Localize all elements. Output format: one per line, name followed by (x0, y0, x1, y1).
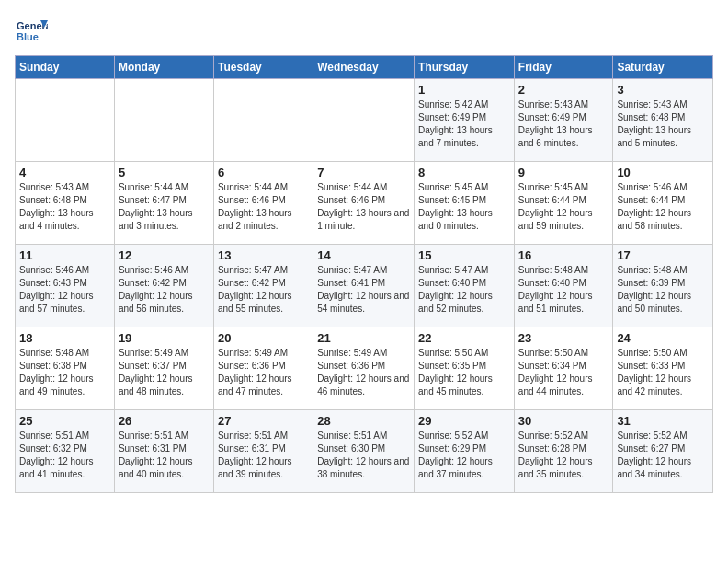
day-info: Sunrise: 5:44 AM Sunset: 6:47 PM Dayligh… (119, 181, 210, 233)
day-info: Sunrise: 5:43 AM Sunset: 6:49 PM Dayligh… (518, 98, 609, 150)
column-header-tuesday: Tuesday (213, 56, 313, 79)
calendar-cell: 17Sunrise: 5:48 AM Sunset: 6:39 PM Dayli… (613, 245, 713, 327)
day-number: 15 (418, 248, 510, 262)
day-number: 23 (518, 331, 609, 345)
day-number: 31 (617, 414, 709, 428)
day-info: Sunrise: 5:47 AM Sunset: 6:41 PM Dayligh… (317, 264, 410, 316)
day-info: Sunrise: 5:46 AM Sunset: 6:42 PM Dayligh… (119, 264, 210, 316)
calendar-cell: 10Sunrise: 5:46 AM Sunset: 6:44 PM Dayli… (613, 162, 713, 245)
day-number: 22 (418, 331, 510, 345)
calendar-cell: 8Sunrise: 5:45 AM Sunset: 6:45 PM Daylig… (415, 162, 515, 245)
day-number: 2 (518, 83, 609, 97)
day-info: Sunrise: 5:51 AM Sunset: 6:31 PM Dayligh… (218, 430, 309, 481)
day-info: Sunrise: 5:44 AM Sunset: 6:46 PM Dayligh… (218, 181, 309, 233)
calendar-cell: 24Sunrise: 5:50 AM Sunset: 6:33 PM Dayli… (613, 327, 713, 410)
day-info: Sunrise: 5:44 AM Sunset: 6:46 PM Dayligh… (317, 181, 410, 233)
calendar-cell: 13Sunrise: 5:47 AM Sunset: 6:42 PM Dayli… (213, 245, 313, 327)
calendar-cell: 9Sunrise: 5:45 AM Sunset: 6:44 PM Daylig… (514, 162, 613, 245)
day-info: Sunrise: 5:48 AM Sunset: 6:40 PM Dayligh… (518, 264, 609, 316)
day-number: 18 (19, 331, 110, 345)
day-number: 30 (518, 414, 609, 428)
calendar-cell: 26Sunrise: 5:51 AM Sunset: 6:31 PM Dayli… (114, 410, 213, 493)
calendar-cell: 4Sunrise: 5:43 AM Sunset: 6:48 PM Daylig… (16, 162, 115, 245)
day-number: 6 (218, 166, 309, 179)
calendar-cell: 7Sunrise: 5:44 AM Sunset: 6:46 PM Daylig… (313, 162, 415, 245)
day-number: 3 (617, 83, 709, 97)
calendar-cell: 15Sunrise: 5:47 AM Sunset: 6:40 PM Dayli… (415, 245, 515, 327)
day-info: Sunrise: 5:45 AM Sunset: 6:45 PM Dayligh… (418, 181, 510, 233)
calendar-cell: 2Sunrise: 5:43 AM Sunset: 6:49 PM Daylig… (514, 79, 613, 162)
day-number: 24 (617, 331, 709, 345)
day-number: 21 (317, 331, 410, 345)
day-number: 25 (19, 414, 110, 428)
day-number: 28 (317, 414, 410, 428)
week-row-5: 25Sunrise: 5:51 AM Sunset: 6:32 PM Dayli… (16, 410, 713, 493)
day-info: Sunrise: 5:52 AM Sunset: 6:28 PM Dayligh… (518, 430, 609, 481)
day-info: Sunrise: 5:42 AM Sunset: 6:49 PM Dayligh… (418, 98, 510, 150)
day-info: Sunrise: 5:47 AM Sunset: 6:42 PM Dayligh… (218, 264, 309, 316)
day-info: Sunrise: 5:49 AM Sunset: 6:37 PM Dayligh… (119, 347, 210, 398)
day-info: Sunrise: 5:45 AM Sunset: 6:44 PM Dayligh… (518, 181, 609, 233)
day-info: Sunrise: 5:47 AM Sunset: 6:40 PM Dayligh… (418, 264, 510, 316)
calendar-cell: 21Sunrise: 5:49 AM Sunset: 6:36 PM Dayli… (313, 327, 415, 410)
calendar-cell: 22Sunrise: 5:50 AM Sunset: 6:35 PM Dayli… (415, 327, 515, 410)
calendar-cell (213, 79, 313, 162)
day-number: 26 (119, 414, 210, 428)
calendar-cell: 16Sunrise: 5:48 AM Sunset: 6:40 PM Dayli… (514, 245, 613, 327)
day-info: Sunrise: 5:48 AM Sunset: 6:38 PM Dayligh… (19, 347, 110, 398)
day-number: 19 (119, 331, 210, 345)
calendar-cell: 20Sunrise: 5:49 AM Sunset: 6:36 PM Dayli… (213, 327, 313, 410)
calendar-cell: 14Sunrise: 5:47 AM Sunset: 6:41 PM Dayli… (313, 245, 415, 327)
day-info: Sunrise: 5:51 AM Sunset: 6:31 PM Dayligh… (119, 430, 210, 481)
calendar-cell: 6Sunrise: 5:44 AM Sunset: 6:46 PM Daylig… (213, 162, 313, 245)
day-info: Sunrise: 5:46 AM Sunset: 6:43 PM Dayligh… (19, 264, 110, 316)
column-header-wednesday: Wednesday (313, 56, 415, 79)
day-number: 20 (218, 331, 309, 345)
page-header: General Blue (15, 15, 713, 48)
calendar-table: SundayMondayTuesdayWednesdayThursdayFrid… (15, 55, 713, 493)
calendar-cell (114, 79, 213, 162)
day-info: Sunrise: 5:52 AM Sunset: 6:29 PM Dayligh… (418, 430, 510, 481)
day-number: 5 (119, 166, 210, 179)
calendar-cell: 5Sunrise: 5:44 AM Sunset: 6:47 PM Daylig… (114, 162, 213, 245)
day-info: Sunrise: 5:43 AM Sunset: 6:48 PM Dayligh… (617, 98, 709, 150)
day-info: Sunrise: 5:43 AM Sunset: 6:48 PM Dayligh… (19, 181, 110, 233)
day-number: 9 (518, 166, 609, 179)
day-number: 27 (218, 414, 309, 428)
column-header-saturday: Saturday (613, 56, 713, 79)
calendar-cell (16, 79, 115, 162)
calendar-cell: 29Sunrise: 5:52 AM Sunset: 6:29 PM Dayli… (415, 410, 515, 493)
calendar-cell: 11Sunrise: 5:46 AM Sunset: 6:43 PM Dayli… (16, 245, 115, 327)
day-number: 8 (418, 166, 510, 179)
day-number: 13 (218, 248, 309, 262)
week-row-3: 11Sunrise: 5:46 AM Sunset: 6:43 PM Dayli… (16, 245, 713, 327)
day-info: Sunrise: 5:50 AM Sunset: 6:34 PM Dayligh… (518, 347, 609, 398)
day-info: Sunrise: 5:50 AM Sunset: 6:33 PM Dayligh… (617, 347, 709, 398)
calendar-cell: 19Sunrise: 5:49 AM Sunset: 6:37 PM Dayli… (114, 327, 213, 410)
week-row-2: 4Sunrise: 5:43 AM Sunset: 6:48 PM Daylig… (16, 162, 713, 245)
calendar-cell: 31Sunrise: 5:52 AM Sunset: 6:27 PM Dayli… (613, 410, 713, 493)
day-number: 16 (518, 248, 609, 262)
day-info: Sunrise: 5:49 AM Sunset: 6:36 PM Dayligh… (317, 347, 410, 398)
calendar-cell: 23Sunrise: 5:50 AM Sunset: 6:34 PM Dayli… (514, 327, 613, 410)
day-info: Sunrise: 5:48 AM Sunset: 6:39 PM Dayligh… (617, 264, 709, 316)
column-header-thursday: Thursday (415, 56, 515, 79)
calendar-cell: 12Sunrise: 5:46 AM Sunset: 6:42 PM Dayli… (114, 245, 213, 327)
day-info: Sunrise: 5:50 AM Sunset: 6:35 PM Dayligh… (418, 347, 510, 398)
day-info: Sunrise: 5:46 AM Sunset: 6:44 PM Dayligh… (617, 181, 709, 233)
calendar-cell: 1Sunrise: 5:42 AM Sunset: 6:49 PM Daylig… (415, 79, 515, 162)
calendar-cell: 25Sunrise: 5:51 AM Sunset: 6:32 PM Dayli… (16, 410, 115, 493)
calendar-cell: 27Sunrise: 5:51 AM Sunset: 6:31 PM Dayli… (213, 410, 313, 493)
column-header-monday: Monday (114, 56, 213, 79)
day-number: 17 (617, 248, 709, 262)
calendar-cell: 28Sunrise: 5:51 AM Sunset: 6:30 PM Dayli… (313, 410, 415, 493)
day-number: 10 (617, 166, 709, 179)
week-row-1: 1Sunrise: 5:42 AM Sunset: 6:49 PM Daylig… (16, 79, 713, 162)
day-number: 29 (418, 414, 510, 428)
week-row-4: 18Sunrise: 5:48 AM Sunset: 6:38 PM Dayli… (16, 327, 713, 410)
day-info: Sunrise: 5:49 AM Sunset: 6:36 PM Dayligh… (218, 347, 309, 398)
day-number: 7 (317, 166, 410, 179)
logo: General Blue (15, 15, 51, 48)
calendar-cell: 30Sunrise: 5:52 AM Sunset: 6:28 PM Dayli… (514, 410, 613, 493)
day-number: 14 (317, 248, 410, 262)
